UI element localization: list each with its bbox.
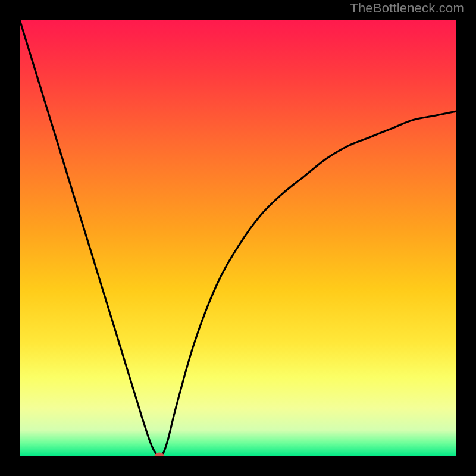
plot-area	[20, 20, 456, 456]
chart-svg	[20, 20, 456, 456]
watermark-text: TheBottleneck.com	[350, 1, 464, 16]
bottleneck-curve	[20, 20, 456, 456]
chart-frame: TheBottleneck.com	[0, 0, 476, 476]
